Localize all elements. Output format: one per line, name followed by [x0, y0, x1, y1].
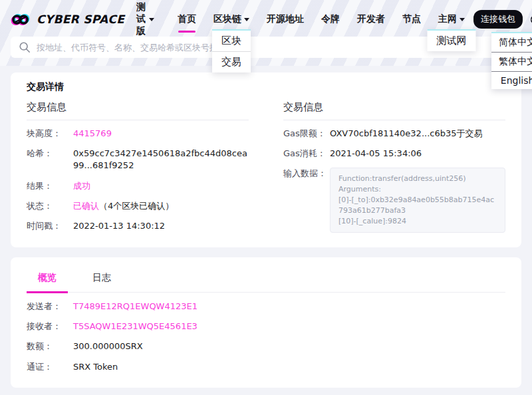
tab-bar: 概览 日志: [27, 266, 505, 293]
nav-right: 连接钱包 简体中文: [473, 10, 532, 29]
input-data-line: Arguments:: [338, 184, 497, 195]
row-receiver: 接收者： T5SAQW1E231WQ5E4561E3: [27, 317, 505, 336]
nav-blockchain-label: 区块链: [213, 13, 241, 25]
transaction-detail-card: 交易详情 交易信息 块高度： 4415769 哈希： 0x59cc7c3427e…: [11, 72, 521, 247]
infinity-glitch-icon: [11, 12, 32, 27]
top-navbar: CYBER SPACE 测试版 首页 区块链 区块 交易: [11, 7, 521, 32]
row-gas-used: Gas消耗： 2021-04-05 15:34:06: [283, 144, 505, 164]
nav-node-label: 节点: [402, 13, 421, 25]
tx-info-right: 交易信息 Gas限额： OXV70cbf181140e32...c6b35于交易…: [283, 101, 505, 237]
gas-limit-value: OXV70cbf181140e32...c6b35于交易: [330, 128, 483, 140]
lang-item-zh-tw[interactable]: 繁体中文: [491, 53, 532, 72]
main-menu: 首页 区块链 区块 交易 开源地址 令牌 开发者: [169, 9, 473, 30]
row-label: 数额：: [27, 340, 73, 352]
input-data-line: [10]-[_calue]:9824: [338, 216, 497, 227]
dropdown-item-tx[interactable]: 交易: [212, 52, 251, 72]
status-badge: 已确认: [73, 201, 99, 211]
overview-card: 概览 日志 发送者： T7489E12RQ1EWQW4123E1 接收者： T5…: [11, 257, 521, 388]
row-label: 时间戳：: [27, 220, 73, 232]
input-data-box: Function:transfer(address,uint256) Argum…: [330, 168, 505, 233]
nav-developer-label: 开发者: [357, 13, 385, 25]
row-label: Gas消耗：: [283, 148, 330, 160]
result-badge: 成功: [73, 180, 90, 192]
row-hash: 哈希： 0x59cc7c3427e1450618a2fbc44d08cea99.…: [27, 144, 249, 176]
row-sender: 发送者： T7489E12RQ1EWQW4123E1: [27, 297, 505, 317]
row-timestamp: 时间戳： 2022-01-13 14:30:12: [27, 216, 249, 236]
language-dropdown: 简体中文 繁体中文 English: [491, 32, 532, 89]
input-data-line: Function:transfer(address,uint256): [338, 174, 497, 184]
row-gas-limit: Gas限额： OXV70cbf181140e32...c6b35于交易: [283, 124, 505, 144]
block-height-link[interactable]: 4415769: [73, 128, 112, 140]
row-label: 状态：: [27, 200, 73, 212]
nav-item-mainnet[interactable]: 主网 测试网: [430, 9, 473, 30]
tx-hash-value: 0x59cc7c3427e1450618a2fbc44d08cea99...68…: [73, 148, 249, 172]
row-label: 结果：: [27, 180, 73, 192]
receiver-address-link[interactable]: T5SAQW1E231WQ5E4561E3: [73, 321, 198, 332]
section-title: 交易信息: [283, 101, 505, 120]
nav-item-token[interactable]: 令牌: [313, 9, 348, 30]
row-token: 通证： SRX Token: [27, 357, 505, 377]
tab-overview[interactable]: 概览: [27, 266, 68, 292]
lang-item-en[interactable]: English: [491, 72, 532, 89]
version-label: 测试版: [136, 1, 146, 37]
connect-wallet-button[interactable]: 连接钱包: [473, 10, 523, 29]
brand-logo[interactable]: CYBER SPACE: [11, 12, 124, 27]
dropdown-item-block[interactable]: 区块: [212, 31, 251, 52]
chevron-down-icon: [149, 18, 154, 21]
row-label: 接收者：: [27, 321, 73, 332]
sender-address-link[interactable]: T7489E12RQ1EWQW4123E1: [73, 301, 198, 313]
search-icon: [19, 41, 31, 53]
gas-used-value: 2021-04-05 15:34:06: [330, 148, 422, 160]
row-label: 哈希：: [27, 148, 73, 160]
nav-item-home[interactable]: 首页: [169, 9, 205, 30]
nav-open-source-label: 开源地址: [267, 13, 304, 25]
version-selector[interactable]: 测试版: [136, 1, 154, 37]
section-title: 交易信息: [27, 101, 249, 120]
token-value: SRX Token: [73, 361, 118, 373]
chevron-down-icon: [460, 18, 465, 21]
row-label: Gas限额：: [283, 128, 330, 140]
row-input-data: 输入数据： Function:transfer(address,uint256)…: [283, 164, 505, 237]
amount-value: 300.000000SRX: [73, 340, 143, 352]
row-label: 输入数据：: [283, 168, 330, 180]
chevron-down-icon: [244, 18, 249, 21]
nav-token-label: 令牌: [321, 13, 340, 25]
tx-columns: 交易信息 块高度： 4415769 哈希： 0x59cc7c3427e14506…: [27, 101, 505, 237]
row-label: 块高度：: [27, 128, 73, 140]
row-block-height: 块高度： 4415769: [27, 124, 249, 144]
header: CYBER SPACE 测试版 首页 区块链 区块 交易: [0, 0, 532, 66]
input-data-line: [0]-[_to]:0xb32e9a84ae0b55b8ab715e4ac793…: [338, 195, 497, 216]
page-title: 交易详情: [27, 81, 505, 93]
nav-item-node[interactable]: 节点: [394, 9, 430, 30]
tx-info-left: 交易信息 块高度： 4415769 哈希： 0x59cc7c3427e14506…: [27, 101, 249, 237]
page: CYBER SPACE 测试版 首页 区块链 区块 交易: [0, 0, 532, 395]
footer: CYBER SPACE f in 首: [0, 388, 532, 395]
tab-logs[interactable]: 日志: [81, 266, 122, 292]
status-note: （4个区块已确认）: [99, 201, 174, 211]
dropdown-item-testnet[interactable]: 测试网: [428, 31, 476, 51]
blockchain-dropdown: 区块 交易: [212, 29, 251, 72]
nav-item-developer[interactable]: 开发者: [348, 9, 394, 30]
row-amount: 数额： 300.000000SRX: [27, 336, 505, 356]
main-content: 交易详情 交易信息 块高度： 4415769 哈希： 0x59cc7c3427e…: [0, 66, 532, 388]
row-label: 发送者：: [27, 301, 73, 313]
lang-item-zh-cn[interactable]: 简体中文: [491, 33, 532, 53]
nav-item-open-source[interactable]: 开源地址: [258, 9, 313, 30]
nav-mainnet-label: 主网: [438, 13, 457, 25]
timestamp-value: 2022-01-13 14:30:12: [73, 220, 165, 232]
nav-item-blockchain[interactable]: 区块链 区块 交易: [205, 9, 258, 30]
brand-name: CYBER SPACE: [37, 13, 124, 26]
nav-home-label: 首页: [178, 13, 196, 25]
row-result: 结果： 成功: [27, 176, 249, 196]
mainnet-dropdown: 测试网: [428, 29, 476, 51]
row-status: 状态： 已确认（4个区块已确认）: [27, 196, 249, 216]
row-label: 通证：: [27, 361, 73, 373]
